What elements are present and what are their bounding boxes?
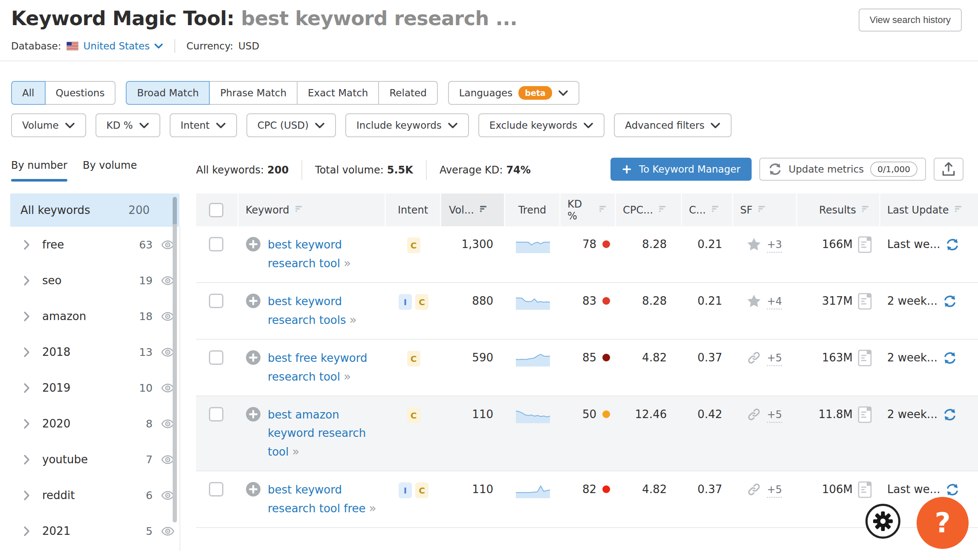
export-button[interactable] — [934, 158, 964, 181]
sidebar-item-seo[interactable]: seo19 — [10, 263, 179, 298]
column-header-keyword[interactable]: Keyword — [239, 193, 386, 226]
help-fab[interactable]: ? — [917, 497, 969, 549]
add-keyword-button[interactable] — [245, 481, 261, 497]
filter-dropdown-intent[interactable]: Intent — [170, 113, 237, 137]
match-tab-all[interactable]: All — [11, 81, 46, 105]
serp-features-count[interactable]: +5 — [767, 407, 782, 423]
keyword-link[interactable]: best keyword research tool free — [268, 483, 366, 515]
database-selector[interactable]: United States — [67, 40, 164, 52]
refresh-icon[interactable] — [943, 351, 957, 365]
match-tab-exact-match[interactable]: Exact Match — [297, 81, 379, 105]
refresh-icon[interactable] — [943, 407, 957, 422]
update-metrics-button[interactable]: Update metrics 0/1,000 — [759, 158, 926, 181]
expand-chevron-icon[interactable] — [23, 311, 30, 322]
view-search-history-button[interactable]: View search history — [859, 9, 962, 32]
sidebar-item-2021[interactable]: 20215 — [10, 513, 179, 549]
column-header-competition[interactable]: C... — [682, 193, 733, 226]
to-keyword-manager-button[interactable]: + To Keyword Manager — [611, 158, 752, 181]
expand-chevron-icon[interactable] — [23, 275, 30, 286]
cpc-cell: 4.82 — [616, 349, 682, 386]
add-keyword-button[interactable] — [245, 406, 261, 422]
serp-features-count[interactable]: +5 — [767, 482, 782, 498]
select-all-checkbox[interactable] — [209, 203, 223, 217]
filter-dropdown-cpc-usd[interactable]: CPC (USD) — [246, 113, 336, 137]
results-cell: 317M — [797, 292, 880, 329]
sidebar-scrollbar[interactable] — [173, 197, 177, 224]
view-tab-by-volume[interactable]: By volume — [83, 159, 137, 182]
refresh-icon[interactable] — [945, 237, 960, 252]
column-header-last-update[interactable]: Last Update — [880, 193, 978, 226]
languages-dropdown[interactable]: Languages beta — [448, 81, 579, 105]
serp-source-icon[interactable] — [858, 406, 872, 423]
sidebar-item-free[interactable]: free63 — [10, 227, 179, 263]
refresh-icon[interactable] — [945, 482, 960, 497]
row-checkbox[interactable] — [209, 294, 223, 308]
serp-source-icon[interactable] — [858, 293, 872, 310]
expand-chevron-icon[interactable] — [23, 382, 30, 394]
all-keywords-count: 200 — [128, 204, 150, 216]
expand-chevron-icon[interactable] — [23, 490, 30, 501]
eye-toggle[interactable] — [161, 526, 174, 536]
expand-chevron-icon[interactable] — [23, 525, 30, 537]
expand-chevron-icon[interactable] — [23, 346, 30, 358]
keyword-link[interactable]: best free keyword research tool — [268, 352, 367, 383]
expand-chevron-icon[interactable] — [23, 239, 30, 251]
serp-features-cell: +5 — [733, 481, 797, 518]
add-keyword-button[interactable] — [245, 349, 261, 366]
kd-dot — [602, 410, 610, 418]
row-select-cell — [196, 236, 239, 273]
add-keyword-button[interactable] — [245, 236, 261, 252]
serp-source-icon[interactable] — [858, 236, 872, 253]
match-tab-phrase-match[interactable]: Phrase Match — [209, 81, 298, 105]
filter-dropdown-advanced-filters[interactable]: Advanced filters — [614, 113, 732, 137]
serp-source-icon[interactable] — [858, 349, 872, 367]
keyword-link[interactable]: best keyword research tool — [268, 238, 342, 270]
volume-value: 1,300 — [462, 236, 493, 253]
settings-fab[interactable] — [865, 504, 900, 539]
sidebar-item-reddit[interactable]: reddit6 — [10, 477, 179, 513]
sidebar-item-amazon[interactable]: amazon18 — [10, 298, 179, 334]
filter-dropdown-kd[interactable]: KD % — [95, 113, 160, 137]
keyword-expand-icon[interactable]: » — [350, 313, 358, 327]
sidebar-scrollbar-thumb[interactable] — [173, 224, 177, 522]
serp-features-count[interactable]: +4 — [767, 294, 782, 309]
expand-chevron-icon[interactable] — [23, 418, 30, 430]
refresh-icon[interactable] — [943, 294, 957, 309]
sidebar-item-all-keywords[interactable]: All keywords 200 — [10, 193, 179, 227]
serp-source-icon[interactable] — [858, 481, 872, 498]
row-checkbox[interactable] — [209, 350, 223, 365]
intent-badge-c: C — [407, 407, 420, 423]
keyword-expand-icon[interactable]: » — [344, 369, 352, 384]
row-checkbox[interactable] — [209, 237, 223, 251]
match-tab-related[interactable]: Related — [378, 81, 437, 105]
column-header-serp-features[interactable]: SF — [733, 193, 797, 226]
match-tab-questions[interactable]: Questions — [45, 81, 116, 105]
column-header-kd[interactable]: KD % — [561, 193, 616, 226]
row-checkbox[interactable] — [209, 407, 223, 421]
sidebar-item-2018[interactable]: 201813 — [10, 334, 179, 370]
column-header-volume[interactable]: Vol... — [441, 193, 505, 226]
filter-dropdown-volume[interactable]: Volume — [11, 113, 86, 137]
expand-chevron-icon[interactable] — [23, 454, 30, 465]
keyword-link[interactable]: best keyword research tools — [268, 295, 346, 326]
filter-dropdown-exclude-keywords[interactable]: Exclude keywords — [478, 113, 605, 137]
sidebar-item-2019[interactable]: 201910 — [10, 370, 179, 406]
sidebar-item-youtube[interactable]: youtube7 — [10, 442, 179, 477]
serp-features-count[interactable]: +3 — [767, 237, 782, 253]
add-keyword-button[interactable] — [245, 293, 261, 309]
keyword-expand-icon[interactable]: » — [369, 501, 377, 515]
column-header-intent[interactable]: Intent — [386, 193, 441, 226]
column-header-trend[interactable]: Trend — [505, 193, 561, 226]
column-header-cpc[interactable]: CPC... — [616, 193, 682, 226]
filter-dropdown-include-keywords[interactable]: Include keywords — [345, 113, 469, 137]
keyword-expand-icon[interactable]: » — [292, 445, 300, 459]
row-checkbox[interactable] — [209, 482, 223, 496]
column-header-results[interactable]: Results — [797, 193, 880, 226]
dropdown-label: Advanced filters — [625, 120, 704, 131]
sidebar-item-2020[interactable]: 20208 — [10, 406, 179, 442]
match-tab-broad-match[interactable]: Broad Match — [126, 81, 210, 105]
view-tab-by-number[interactable]: By number — [11, 159, 67, 182]
keyword-expand-icon[interactable]: » — [344, 256, 352, 270]
keyword-link[interactable]: best amazon keyword research tool — [268, 408, 366, 458]
serp-features-count[interactable]: +5 — [767, 351, 782, 366]
